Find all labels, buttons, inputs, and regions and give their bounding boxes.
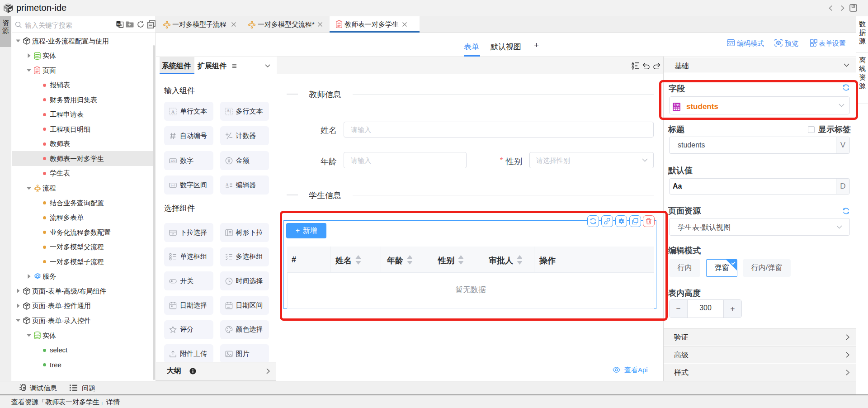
svg-text:A: A (171, 109, 175, 114)
svg-text:123: 123 (170, 159, 175, 162)
svg-text:A: A (225, 182, 229, 187)
svg-text:A: A (226, 108, 230, 113)
svg-text:in: in (117, 23, 120, 26)
svg-text:1:n: 1:n (674, 103, 679, 107)
svg-text:1~3: 1~3 (170, 183, 175, 186)
